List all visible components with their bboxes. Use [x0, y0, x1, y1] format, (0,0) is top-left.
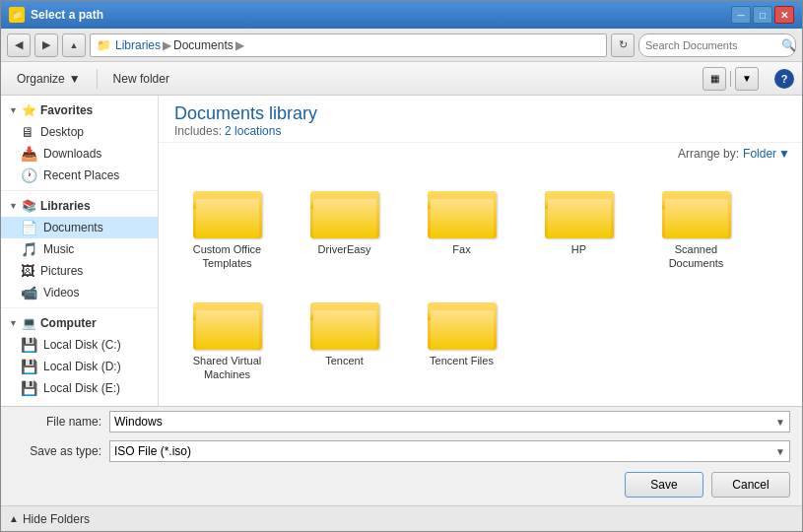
file-label-2: Fax — [452, 242, 470, 256]
files-grid: Custom Office TemplatesDriverEasyFaxHPSc… — [159, 165, 802, 406]
refresh-button[interactable]: ↻ — [611, 33, 635, 57]
bottom-area: File name: ▼ Save as type: ISO File (*.i… — [1, 406, 802, 505]
breadcrumb-sep-1: ▶ — [163, 38, 171, 52]
action-row: Save Cancel — [1, 466, 802, 505]
file-label-3: HP — [571, 242, 586, 256]
sidebar-videos-label: Videos — [43, 286, 79, 299]
arrange-label: Arrange by: — [678, 147, 739, 161]
organize-label: Organize — [17, 72, 65, 86]
sidebar-item-disk-c[interactable]: 💾 Local Disk (C:) — [1, 334, 158, 356]
view-dropdown-button[interactable]: ▼ — [735, 67, 759, 91]
sidebar-computer-header[interactable]: ▼ 💻 Computer — [1, 312, 158, 334]
organize-button[interactable]: Organize ▼ — [9, 67, 89, 91]
filename-row: File name: ▼ — [1, 407, 802, 436]
addressbar: ◀ ▶ ▲ 📁 Libraries ▶ Documents ▶ ↻ 🔍 — [1, 29, 802, 62]
save-label: Save — [650, 478, 677, 492]
search-box[interactable]: 🔍 — [638, 33, 796, 57]
sidebar-item-downloads[interactable]: 📥 Downloads — [1, 143, 158, 165]
file-label-0: Custom Office Templates — [178, 242, 277, 271]
breadcrumb-libraries[interactable]: Libraries — [115, 38, 161, 52]
cancel-button[interactable]: Cancel — [711, 472, 790, 498]
file-item-2[interactable]: Fax — [405, 172, 518, 280]
sidebar-downloads-label: Downloads — [43, 147, 101, 161]
sidebar-disk-d-label: Local Disk (D:) — [43, 360, 121, 373]
savetype-row: Save as type: ISO File (*.iso) ▼ — [1, 436, 802, 466]
sidebar-disk-c-label: Local Disk (C:) — [43, 338, 121, 352]
file-item-0[interactable]: Custom Office Templates — [170, 172, 284, 280]
view-button[interactable]: ▦ — [703, 67, 726, 91]
file-item-4[interactable]: Scanned Documents — [639, 172, 753, 280]
file-item-6[interactable]: Tencent — [288, 284, 401, 391]
sidebar-libraries-header[interactable]: ▼ 📚 Libraries — [1, 195, 158, 217]
sidebar-item-pictures[interactable]: 🖼 Pictures — [1, 260, 158, 282]
sidebar-item-music[interactable]: 🎵 Music — [1, 238, 158, 260]
hide-folders-bar[interactable]: ▲ Hide Folders — [1, 505, 802, 531]
file-item-7[interactable]: Tencent Files — [405, 284, 518, 391]
arrange-dropdown[interactable]: Folder ▼ — [743, 147, 790, 161]
hide-folders-arrow-icon: ▲ — [9, 513, 19, 524]
back-button[interactable]: ◀ — [7, 33, 31, 57]
subtitle-link[interactable]: 2 locations — [225, 124, 281, 138]
downloads-icon: 📥 — [21, 146, 37, 162]
disk-d-icon: 💾 — [21, 359, 37, 374]
sidebar-music-label: Music — [43, 242, 74, 256]
search-input[interactable] — [645, 39, 781, 51]
breadcrumb-sep-2: ▶ — [235, 38, 244, 52]
sidebar-pictures-label: Pictures — [40, 264, 83, 278]
dialog-window: 📁 Select a path ─ □ ✕ ◀ ▶ ▲ 📁 Libraries … — [0, 0, 803, 532]
maximize-button[interactable]: □ — [753, 6, 772, 24]
cancel-label: Cancel — [732, 478, 769, 492]
file-label-7: Tencent Files — [430, 354, 494, 367]
titlebar-controls: ─ □ ✕ — [731, 6, 794, 24]
documents-icon: 📄 — [21, 220, 37, 235]
file-label-5: Shared Virtual Machines — [178, 354, 277, 382]
organize-arrow-icon: ▼ — [69, 72, 81, 86]
sidebar-item-recent[interactable]: 🕐 Recent Places — [1, 165, 158, 186]
breadcrumb-bar[interactable]: 📁 Libraries ▶ Documents ▶ — [90, 33, 607, 57]
main-content: ▼ ⭐ Favorites 🖥 Desktop 📥 Downloads 🕐 Re… — [1, 96, 802, 406]
favorites-icon: ⭐ — [22, 103, 36, 117]
sidebar-item-videos[interactable]: 📹 Videos — [1, 282, 158, 303]
filename-input-container[interactable]: ▼ — [109, 411, 790, 432]
file-area: Documents library Includes: 2 locations … — [159, 96, 802, 406]
savetype-label: Save as type: — [13, 444, 101, 458]
sidebar-divider-2 — [1, 307, 158, 308]
savetype-value: ISO File (*.iso) — [114, 444, 191, 458]
sidebar-favorites-header[interactable]: ▼ ⭐ Favorites — [1, 100, 158, 121]
file-item-5[interactable]: Shared Virtual Machines — [170, 284, 284, 391]
file-label-1: DriverEasy — [318, 242, 371, 256]
pictures-icon: 🖼 — [21, 263, 34, 279]
disk-e-icon: 💾 — [21, 380, 37, 396]
savetype-dropdown[interactable]: ISO File (*.iso) ▼ — [109, 440, 790, 462]
save-button[interactable]: Save — [625, 472, 703, 498]
desktop-icon: 🖥 — [21, 124, 34, 140]
help-button[interactable]: ? — [774, 69, 794, 89]
minimize-button[interactable]: ─ — [731, 6, 751, 24]
sidebar: ▼ ⭐ Favorites 🖥 Desktop 📥 Downloads 🕐 Re… — [1, 96, 159, 406]
sidebar-divider-1 — [1, 190, 158, 191]
breadcrumb-documents[interactable]: Documents — [173, 38, 234, 52]
forward-button[interactable]: ▶ — [34, 33, 58, 57]
close-button[interactable]: ✕ — [774, 6, 794, 24]
sidebar-item-disk-d[interactable]: 💾 Local Disk (D:) — [1, 356, 158, 377]
sidebar-disk-e-label: Local Disk (E:) — [43, 381, 120, 395]
recent-icon: 🕐 — [21, 167, 37, 183]
libraries-arrow-icon: ▼ — [9, 201, 18, 211]
toolbar: Organize ▼ New folder ▦ ▼ ? — [1, 62, 802, 96]
computer-arrow-icon: ▼ — [9, 318, 18, 328]
sidebar-item-disk-e[interactable]: 💾 Local Disk (E:) — [1, 377, 158, 399]
sidebar-item-desktop[interactable]: 🖥 Desktop — [1, 121, 158, 143]
sidebar-recent-label: Recent Places — [43, 168, 119, 182]
file-item-1[interactable]: DriverEasy — [288, 172, 401, 280]
file-item-3[interactable]: HP — [522, 172, 636, 280]
sidebar-item-documents[interactable]: 📄 Documents — [1, 217, 158, 238]
arrange-bar: Arrange by: Folder ▼ — [159, 143, 802, 165]
sidebar-documents-label: Documents — [43, 221, 103, 234]
new-folder-button[interactable]: New folder — [105, 67, 177, 91]
up-button[interactable]: ▲ — [62, 33, 86, 57]
arrange-arrow-icon: ▼ — [778, 147, 790, 161]
filename-input[interactable] — [114, 415, 775, 429]
file-label-4: Scanned Documents — [647, 242, 746, 271]
filename-dropdown-arrow-icon[interactable]: ▼ — [775, 417, 785, 428]
savetype-arrow-icon: ▼ — [775, 446, 785, 457]
